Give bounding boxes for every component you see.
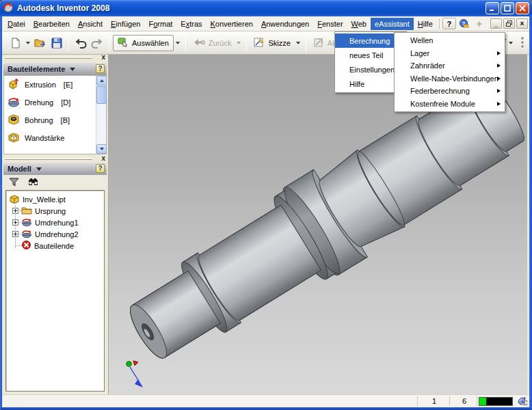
mdi-close-button[interactable]: ×	[516, 18, 528, 29]
features-scrollbar[interactable]	[96, 76, 106, 154]
submenu-item-wellen[interactable]: Wellen	[395, 34, 505, 47]
minimize-button[interactable]	[486, 2, 499, 14]
part-file-icon	[9, 193, 20, 206]
undo-icon[interactable]	[72, 35, 89, 51]
back-dropdown-icon	[237, 42, 241, 44]
model-panel-grip[interactable]: x	[2, 156, 108, 163]
open-file-icon[interactable]	[32, 35, 49, 51]
tree-item-label: Inv_Welle.ipt	[23, 195, 66, 204]
select-tool-button[interactable]: Auswählen	[113, 35, 174, 51]
toolbar-separator	[68, 35, 69, 51]
color-dropdown-icon[interactable]	[509, 42, 513, 44]
expand-icon[interactable]	[12, 219, 18, 226]
menu-einfuegen[interactable]: Einfügen	[107, 18, 144, 30]
expand-icon[interactable]	[12, 231, 18, 237]
menu-web[interactable]: Web	[347, 18, 371, 30]
berechnung-submenu: Wellen Lager Zahnräder Welle-Nabe-Verbin…	[394, 32, 505, 112]
hole-icon	[8, 113, 20, 127]
menubar-separator	[439, 18, 440, 29]
menu-fenster[interactable]: Fenster	[313, 18, 347, 30]
menu-ansicht[interactable]: Ansicht	[74, 18, 107, 30]
model-panel-toolbar	[3, 175, 107, 190]
help-button[interactable]: ?	[442, 18, 456, 29]
capacity-meter	[479, 397, 513, 406]
features-panel-header[interactable]: Bauteilelemente ?	[3, 63, 107, 75]
sketch-dropdown-icon[interactable]	[296, 42, 300, 44]
feature-extrusion[interactable]: Extrusion [E]	[4, 76, 106, 94]
feature-label: Wandstärke	[25, 134, 64, 142]
model-panel-close-icon[interactable]: x	[101, 155, 105, 162]
tutorial-icon[interactable]: ?	[457, 18, 471, 29]
toolbar-separator	[246, 35, 247, 51]
tree-item-root[interactable]: Inv_Welle.ipt	[6, 193, 104, 205]
tree-item-label: Bauteilende	[34, 242, 74, 250]
filter-icon[interactable]	[9, 178, 19, 188]
back-icon	[193, 38, 205, 48]
mdi-window-controls: _ ×	[489, 18, 528, 29]
window-border	[0, 407, 532, 410]
feature-drehung[interactable]: Drehung [D]	[4, 94, 106, 111]
tree-item-bauteilende[interactable]: Bauteilende	[6, 240, 104, 251]
menu-anwendungen[interactable]: Anwendungen	[257, 18, 313, 30]
mdi-minimize-button[interactable]: _	[490, 18, 502, 29]
features-panel-title: Bauteilelemente	[8, 65, 65, 73]
sketch-button[interactable]: Skizze	[250, 35, 293, 51]
submenu-item-welle-nabe[interactable]: Welle-Nabe-Verbindungen	[395, 72, 505, 85]
feature-wandstaerke[interactable]: Wandstärke	[4, 129, 106, 147]
chevron-down-icon	[36, 167, 42, 171]
status-separator	[477, 396, 477, 406]
status-separator	[449, 396, 450, 406]
mdi-restore-button[interactable]	[503, 18, 515, 29]
submenu-item-zahnraeder[interactable]: Zahnräder	[395, 59, 505, 72]
toolbar-grip[interactable]	[520, 36, 525, 51]
menu-eassistant[interactable]: eAssistant	[371, 18, 414, 30]
scrollbar-thumb[interactable]	[96, 86, 107, 104]
status-bar: 1 6	[2, 394, 529, 407]
model-tree: Inv_Welle.ipt Ursprung Umdrehung1 Umdreh…	[5, 190, 105, 392]
submenu-item-federberechnung[interactable]: Federberechnung	[395, 85, 505, 98]
maximize-button[interactable]	[501, 2, 514, 14]
app-logo-icon	[3, 2, 14, 14]
submenu-item-kostenfreie-module[interactable]: Kostenfreie Module	[395, 98, 505, 111]
select-tool-dropdown-icon[interactable]	[176, 42, 180, 44]
scroll-down-icon[interactable]	[96, 144, 107, 154]
redo-icon[interactable]	[89, 35, 105, 51]
menu-item-label: Berechnung	[349, 37, 390, 45]
menu-konvertieren[interactable]: Konvertieren	[207, 18, 257, 30]
save-icon[interactable]	[49, 35, 65, 51]
features-panel-body: Extrusion [E] Drehung [D] Bohrung [B] Wa…	[3, 75, 107, 154]
find-icon[interactable]	[27, 178, 39, 188]
title-bar[interactable]: Autodesk Inventor 2008	[0, 0, 532, 16]
model-panel-title: Modell	[8, 165, 31, 173]
menu-bearbeiten[interactable]: Bearbeiten	[29, 18, 74, 30]
menu-format[interactable]: Format	[144, 18, 176, 30]
menu-item-label: Lager	[410, 49, 429, 57]
menu-datei[interactable]: Datei	[3, 18, 29, 30]
tree-item-ursprung[interactable]: Ursprung	[6, 205, 104, 217]
sketch-label: Skizze	[268, 39, 290, 47]
feature-label: Bohrung	[25, 116, 53, 124]
model-help-button[interactable]: ?	[96, 164, 105, 173]
new-file-icon[interactable]	[8, 35, 24, 51]
menu-hilfe[interactable]: Hilfe	[414, 18, 437, 30]
status-count-1: 1	[421, 397, 448, 405]
model-panel-header[interactable]: Modell ?	[3, 163, 107, 175]
menu-item-label: Kostenfreie Module	[410, 100, 475, 108]
capacity-meter-fill	[479, 398, 486, 405]
features-panel-grip[interactable]: x	[2, 55, 108, 62]
menu-item-label: Hilfe	[349, 80, 364, 88]
features-help-button[interactable]: ?	[96, 64, 105, 73]
resize-grip[interactable]	[520, 398, 529, 407]
new-file-dropdown-icon[interactable]	[26, 42, 30, 44]
tree-item-umdrehung2[interactable]: Umdrehung2	[6, 228, 104, 240]
feature-bohrung[interactable]: Bohrung [B]	[4, 111, 106, 129]
submenu-item-lager[interactable]: Lager	[395, 47, 505, 60]
shell-icon	[8, 131, 20, 145]
close-button[interactable]	[516, 2, 529, 14]
tree-item-umdrehung1[interactable]: Umdrehung1	[6, 217, 104, 228]
scroll-up-icon[interactable]	[96, 76, 107, 85]
menu-extras[interactable]: Extras	[176, 18, 206, 30]
toolbar-separator	[109, 35, 109, 51]
features-panel-close-icon[interactable]: x	[101, 54, 105, 61]
expand-icon[interactable]	[12, 208, 18, 214]
